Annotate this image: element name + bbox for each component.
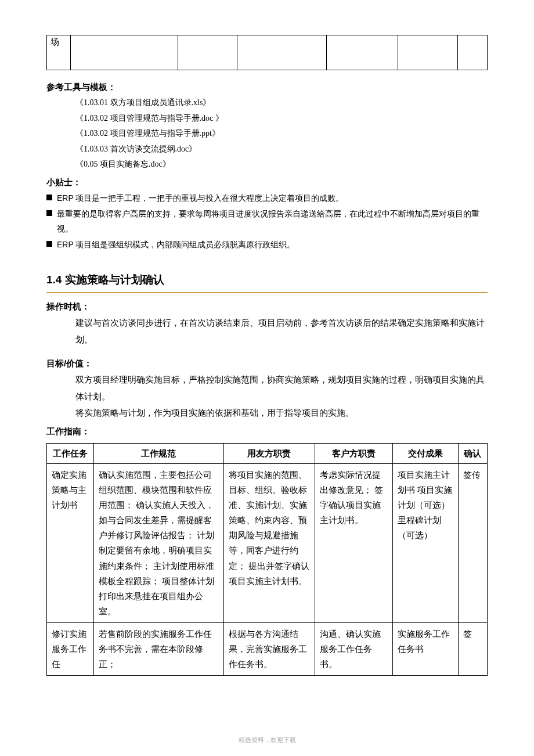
tip-item: 最重要的是取得客户高层的支持，要求每周将项目进度状况报告亲自递送给高层，在此过程… [46,206,488,237]
tips-label: 小贴士： [46,177,488,188]
ref-tools-list: 《1.03.01 双方项目组成员通讯录.xls》 《1.03.02 项目管理规范… [46,95,488,172]
th-deliver: 交付成果 [393,443,458,463]
th-confirm: 确认 [458,443,487,463]
tips-list: ERP 项目是一把手工程，一把手的重视与投入在很大程度上决定着项目的成败。 最重… [46,190,488,252]
top-fragment-table: 场 [46,35,488,70]
top-cell-chang: 场 [47,35,71,70]
cell-deliver: 实施服务工作任务书 [393,622,458,675]
cell-task: 修订实施服务工作任 [47,622,94,675]
cell-spec: 确认实施范围，主要包括公司组织范围、模块范围和软件应用范围； 确认实施人天投入，… [93,463,223,622]
bullet-icon [46,195,52,200]
cell-uf: 根据与各方沟通结果，完善实施服务工作任务书。 [223,622,315,675]
th-task: 工作任务 [47,443,94,463]
bullet-icon [46,210,52,216]
ref-tools-label: 参考工具与模板： [46,82,488,93]
ref-tool-item: 《1.03.02 项目管理规范与指导手册.doc 》 [75,111,488,127]
th-uf: 用友方职责 [223,443,315,463]
value-text-1: 双方项目经理明确实施目标，严格控制实施范围，协商实施策略，规划项目实施的过程，明… [46,372,488,405]
tip-text: ERP 项目是一把手工程，一把手的重视与投入在很大程度上决定着项目的成败。 [57,190,344,206]
document-page: 场 参考工具与模板： 《1.03.01 双方项目组成员通讯录.xls》 《1.0… [0,0,534,756]
value-text-2: 将实施策略与计划，作为项目实施的依据和基础，用于指导项目的实施。 [46,405,488,422]
cell-uf: 将项目实施的范围、目标、组织、验收标准、实施计划、实施策略、约束内容、预期风险与… [223,463,315,622]
cell-spec: 若售前阶段的实施服务工作任务书不完善，需在本阶段修正； [93,622,223,675]
tip-item: ERP 项目组是强组织模式，内部顾问组成员必须脱离原行政组织。 [46,237,488,253]
top-cell-empty [327,35,398,70]
top-cell-empty [71,35,178,70]
cell-cust: 考虑实际情况提出修改意见； 签字确认项目实施主计划书。 [315,463,393,622]
th-spec: 工作规范 [93,443,223,463]
ref-tool-item: 《1.03.02 项目管理规范与指导手册.ppt》 [75,126,488,142]
top-cell-empty [457,35,487,70]
ref-tool-item: 《1.03.03 首次访谈交流提纲.doc》 [75,142,488,157]
ref-tool-item: 《0.05 项目实施备忘.doc》 [75,157,488,172]
guide-label: 工作指南： [46,426,488,437]
cell-deliver: 项目实施主计划书 项目实施计划（可选） 里程碑计划（可选） [393,463,458,622]
cell-confirm: 签 [458,622,487,675]
work-guide-table: 工作任务 工作规范 用友方职责 客户方职责 交付成果 确认 确定实施策略与主计划… [46,443,488,676]
bullet-icon [46,241,52,247]
divider [46,292,488,293]
top-cell-empty [178,35,237,70]
top-cell-empty [398,35,458,70]
tip-text: 最重要的是取得客户高层的支持，要求每周将项目进度状况报告亲自递送给高层，在此过程… [57,206,488,237]
timing-label: 操作时机： [46,301,488,312]
timing-text: 建议与首次访谈同步进行，在首次访谈结束后、项目启动前，参考首次访谈后的结果确定实… [46,315,488,348]
tip-text: ERP 项目组是强组织模式，内部顾问组成员必须脱离原行政组织。 [57,237,295,253]
table-row: 修订实施服务工作任 若售前阶段的实施服务工作任务书不完善，需在本阶段修正； 根据… [47,622,488,675]
ref-tool-item: 《1.03.01 双方项目组成员通讯录.xls》 [75,95,488,111]
table-row: 确定实施策略与主计划书 确认实施范围，主要包括公司组织范围、模块范围和软件应用范… [47,463,488,622]
top-cell-empty [237,35,327,70]
cell-confirm: 签传 [458,463,487,622]
section-title: 1.4 实施策略与计划确认 [46,272,488,287]
table-header-row: 工作任务 工作规范 用友方职责 客户方职责 交付成果 确认 [47,443,488,463]
value-label: 目标/价值： [46,358,488,369]
cell-task: 确定实施策略与主计划书 [47,463,94,622]
cell-cust: 沟通、确认实施服务工作任务书。 [315,622,393,675]
page-footer: 精选资料，欢迎下载 [0,736,534,744]
th-cust: 客户方职责 [315,443,393,463]
tip-item: ERP 项目是一把手工程，一把手的重视与投入在很大程度上决定着项目的成败。 [46,190,488,206]
